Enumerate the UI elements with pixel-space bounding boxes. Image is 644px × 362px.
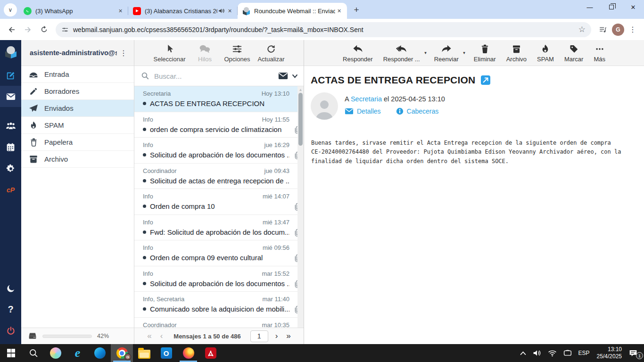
chrome-icon[interactable]: G (111, 344, 133, 362)
browser-menu-icon[interactable]: ⋮ (626, 25, 639, 34)
message-list-item[interactable]: Infomié 09:56Orden de compra 09 evento c… (134, 240, 304, 266)
browser-tab[interactable]: (3) WhatsApp× (19, 3, 128, 19)
folder-item-archivo[interactable]: Archivo (21, 151, 134, 168)
folder-item-borradores[interactable]: Borradores (21, 83, 134, 100)
outlook-icon[interactable] (155, 344, 177, 362)
browser-profile-avatar[interactable]: G (612, 24, 624, 36)
close-button[interactable]: ✕ (622, 0, 644, 14)
select-button[interactable]: Seleccionar (152, 44, 188, 63)
media-controls-icon[interactable] (596, 23, 610, 37)
copilot-icon[interactable] (44, 344, 66, 362)
account-menu-icon[interactable]: ⋮ (117, 49, 130, 58)
scrollbar-thumb[interactable] (298, 93, 303, 146)
site-info-icon[interactable] (61, 26, 69, 33)
message-list-item[interactable]: Infomié 13:47Fwd: Solicitud de aprobació… (134, 215, 304, 241)
more-button[interactable]: Más (590, 44, 609, 63)
dark-mode-icon[interactable] (0, 278, 21, 299)
message-list-item[interactable]: Infomié 14:07Orden de compra 10 (134, 189, 304, 215)
open-in-new-window-icon[interactable] (481, 75, 490, 85)
details-toggle[interactable]: Detalles (345, 107, 381, 115)
firefox-icon[interactable] (177, 344, 199, 362)
folder-item-papelera[interactable]: Papelera (21, 134, 134, 151)
list-scrollbar[interactable]: ▲ (297, 86, 304, 328)
taskbar-search-icon[interactable] (22, 344, 44, 362)
taskbar-clock[interactable]: 13:10 25/4/2025 (593, 346, 626, 360)
compose-button[interactable] (0, 65, 21, 86)
internet-explorer-icon[interactable]: e (66, 344, 89, 362)
last-page-button[interactable]: » (285, 331, 292, 341)
recipient-link[interactable]: Secretaria (351, 95, 382, 103)
url-bar[interactable]: webmail.sanjuan.gob.ec/cpsess3856565201/… (56, 22, 591, 37)
roundcube-favicon (242, 7, 250, 15)
message-list-item[interactable]: SecretariaHoy 13:10ACTAS DE ENTREGA RECE… (134, 86, 304, 112)
scroll-up-icon[interactable]: ▲ (297, 86, 304, 92)
browser-tab[interactable]: (3) Alabanzas Cristianas 202× (128, 3, 238, 19)
tab-close-icon[interactable]: × (226, 7, 234, 15)
folder-item-enviados[interactable]: Enviados (21, 100, 134, 117)
threads-button[interactable]: Hilos (191, 44, 218, 63)
new-tab-button[interactable]: + (350, 3, 363, 16)
unread-dot-icon (143, 128, 146, 131)
forward-button[interactable] (21, 23, 35, 37)
tab-close-icon[interactable]: × (335, 7, 343, 15)
spam-button[interactable]: SPAM (533, 44, 558, 63)
search-input[interactable] (154, 72, 273, 80)
search-scope[interactable] (278, 72, 298, 80)
logout-icon[interactable] (0, 320, 21, 341)
acrobat-icon[interactable] (199, 344, 222, 362)
message-subject-text: Solicitud de aprobación de los documento… (150, 151, 289, 159)
message-list-item[interactable]: Infojue 16:29Solicitud de aprobación de … (134, 138, 304, 164)
refresh-button[interactable] (37, 23, 51, 37)
volume-icon[interactable] (529, 344, 545, 362)
delete-button[interactable]: Eliminar (470, 44, 500, 63)
page-number-input[interactable] (250, 330, 268, 342)
archive-button[interactable]: Archivo (503, 44, 530, 63)
keyboard-language[interactable]: ESP (575, 344, 593, 362)
tray-chevron-icon[interactable] (517, 344, 529, 362)
mark-button[interactable]: Marcar (561, 44, 587, 63)
headers-toggle[interactable]: Cabeceras (396, 107, 439, 115)
wifi-icon[interactable] (545, 344, 560, 362)
edge-icon[interactable] (89, 344, 111, 362)
url-text[interactable]: webmail.sanjuan.gob.ec/cpsess3856565201/… (73, 26, 571, 33)
reply-all-dropdown-icon[interactable]: ▾ (424, 50, 427, 55)
minimize-button[interactable]: — (579, 0, 601, 14)
message-list-item[interactable]: Coordinadorjue 09:43Solicitud de actas d… (134, 164, 304, 189)
prev-page-button[interactable]: ‹ (159, 331, 165, 341)
tab-search-button[interactable]: ∨ (4, 3, 17, 16)
reading-pane: Responder Responder ... ▾ Reenviar ▾ Eli… (304, 40, 644, 344)
cast-icon[interactable] (560, 344, 575, 362)
next-page-button[interactable]: › (274, 331, 280, 341)
mail-nav-icon[interactable] (0, 86, 21, 107)
forward-button[interactable]: Reenviar ▾ (430, 44, 462, 63)
reply-button[interactable]: Responder (339, 44, 377, 63)
back-button[interactable] (5, 23, 19, 37)
help-icon[interactable]: ? (0, 299, 21, 320)
contacts-nav-icon[interactable] (0, 115, 21, 137)
message-list-item[interactable]: Coordinadormar 10:35 (134, 318, 304, 328)
calendar-nav-icon[interactable] (0, 137, 21, 158)
refresh-list-button[interactable]: Actualizar (256, 44, 286, 63)
message-list-item[interactable]: Info, Secretariamar 11:40Comunicado sobr… (134, 292, 304, 318)
maximize-button[interactable] (601, 0, 622, 14)
settings-nav-icon[interactable] (0, 158, 21, 179)
ellipsis-icon (595, 44, 604, 54)
forward-dropdown-icon[interactable]: ▾ (463, 50, 465, 55)
start-button[interactable] (0, 344, 22, 362)
notification-center-icon[interactable]: 1 (626, 344, 644, 362)
folder-item-spam[interactable]: SPAM (21, 117, 134, 134)
options-button[interactable]: Opciones (222, 44, 252, 63)
tab-close-icon[interactable]: × (116, 7, 124, 15)
message-list-item[interactable]: Infomar 15:52Solicitud de aprobación de … (134, 266, 304, 292)
folder-item-entrada[interactable]: Entrada (21, 66, 134, 83)
first-page-button[interactable]: « (146, 331, 153, 341)
cpanel-icon[interactable]: cP (0, 179, 21, 200)
tab-audio-icon[interactable] (218, 8, 225, 14)
notification-badge: 1 (636, 352, 643, 359)
reply-all-button[interactable]: Responder ... ▾ (380, 44, 424, 63)
browser-tab[interactable]: Roundcube Webmail :: Enviados× (238, 3, 347, 19)
message-list-item[interactable]: InfoHoy 11:55orden de compra servicio de… (134, 112, 304, 138)
message-subject-text: ACTAS DE ENTREGA RECEPCION (150, 99, 289, 107)
file-explorer-icon[interactable] (133, 344, 155, 362)
bookmark-star-icon[interactable]: ☆ (576, 25, 588, 34)
